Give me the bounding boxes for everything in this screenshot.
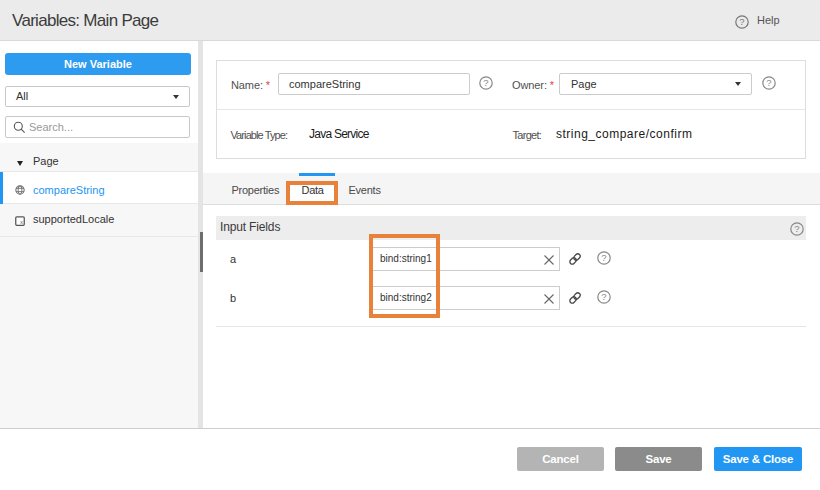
svg-text:?: ?: [601, 291, 606, 302]
svg-text:?: ?: [739, 16, 744, 27]
svg-text:?: ?: [794, 223, 799, 234]
svg-text:x: x: [20, 219, 23, 225]
svg-text:?: ?: [766, 77, 771, 88]
svg-text:?: ?: [483, 77, 488, 88]
svg-text:?: ?: [601, 252, 606, 263]
